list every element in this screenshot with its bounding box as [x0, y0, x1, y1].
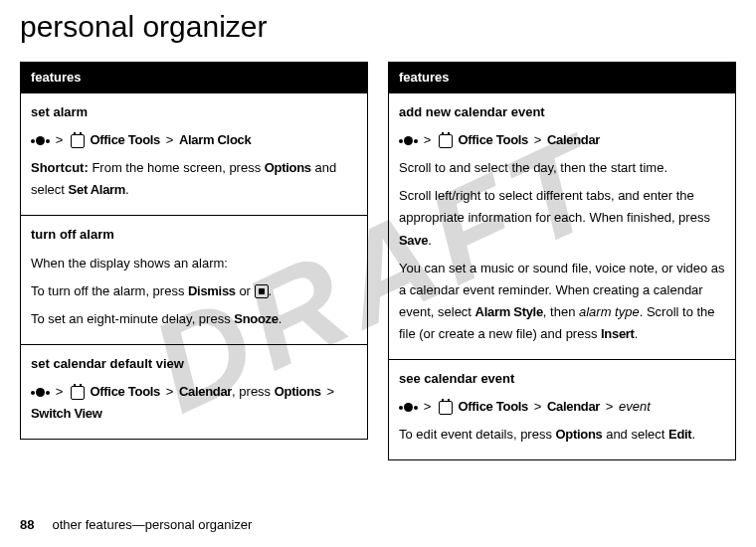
tools-icon-2 [71, 386, 85, 400]
save: Save [399, 233, 428, 248]
turn-off-cell: turn off alarm When the display shows an… [21, 216, 368, 344]
set-alarm-cmd: Set Alarm [69, 182, 126, 197]
turn-off-line2: To turn off the alarm, press Dismiss or … [31, 280, 357, 302]
page-title: personal organizer [20, 10, 736, 44]
page-footer: 88other features—personal organizer [20, 517, 252, 532]
see-event-title: see calendar event [399, 368, 725, 390]
add-event-p1: Scroll to and select the day, then the s… [399, 157, 725, 179]
see-event-p1b: and select [603, 427, 669, 442]
right-column: features add new calendar event > Office… [388, 62, 736, 460]
gt-3: > [56, 384, 64, 399]
stop-key-icon [255, 284, 269, 298]
tools-icon-3 [439, 134, 453, 148]
switch-view: Switch View [31, 406, 102, 421]
set-alarm-path: > Office Tools > Alarm Clock [31, 129, 357, 151]
calendar-1: Calendar [179, 384, 232, 399]
default-view-cell: set calendar default view > Office Tools… [21, 344, 368, 439]
gt-5: > [326, 384, 334, 399]
add-event-cell: add new calendar event > Office Tools > … [389, 93, 736, 360]
gt-6: > [424, 132, 432, 147]
see-event-p1a: To edit event details, press [399, 427, 556, 442]
features-header: features [21, 63, 368, 93]
period-6: . [691, 427, 695, 442]
alarm-clock: Alarm Clock [179, 132, 252, 147]
see-event-cell: see calendar event > Office Tools > Cale… [389, 360, 736, 460]
gt-1: > [56, 132, 64, 147]
options-1: Options [265, 160, 311, 175]
dismiss: Dismiss [188, 283, 236, 298]
right-table: features add new calendar event > Office… [388, 62, 736, 460]
set-alarm-cell: set alarm > Office Tools > Alarm Clock S… [21, 93, 368, 216]
add-event-p3b: , then [543, 304, 579, 319]
gt-9: > [534, 399, 542, 414]
see-event-p1: To edit event details, press Options and… [399, 424, 725, 446]
period-2: . [269, 283, 273, 298]
alarm-style: Alarm Style [475, 304, 543, 319]
gt-4: > [166, 384, 174, 399]
features-header-2: features [389, 63, 736, 93]
options-3: Options [556, 427, 603, 442]
office-tools-3: Office Tools [458, 132, 528, 147]
shortcut-label: Shortcut: [31, 160, 89, 175]
tools-icon [71, 134, 85, 148]
add-event-p3: You can set a music or sound file, voice… [399, 258, 725, 345]
office-tools-4: Office Tools [458, 399, 528, 414]
add-event-p2: Scroll left/right to select different ta… [399, 185, 725, 251]
period-3: . [279, 311, 283, 326]
edit: Edit [668, 427, 691, 442]
nav-key-icon [31, 136, 50, 145]
turn-off-line3a: To set an eight-minute delay, press [31, 311, 234, 326]
see-event-path: > Office Tools > Calendar > event [399, 396, 725, 418]
gt-2: > [166, 132, 174, 147]
options-2: Options [275, 384, 321, 399]
insert: Insert [601, 326, 635, 341]
set-alarm-title: set alarm [31, 101, 357, 123]
turn-off-title: turn off alarm [31, 224, 357, 246]
add-event-path: > Office Tools > Calendar [399, 129, 725, 151]
calendar-3: Calendar [547, 399, 600, 414]
gt-10: > [606, 399, 614, 414]
or: or [236, 283, 255, 298]
shortcut-line: Shortcut: From the home screen, press Op… [31, 157, 357, 201]
nav-key-icon-3 [399, 136, 418, 145]
period-4: . [428, 233, 432, 248]
page-number: 88 [20, 517, 34, 532]
default-view-path: > Office Tools > Calendar, press Options… [31, 381, 357, 425]
nav-key-icon-2 [31, 388, 50, 397]
tools-icon-4 [439, 401, 453, 415]
turn-off-line1: When the display shows an alarm: [31, 253, 357, 274]
turn-off-line2a: To turn off the alarm, press [31, 283, 188, 298]
default-view-title: set calendar default view [31, 353, 357, 375]
alarm-type: alarm type [579, 304, 640, 319]
turn-off-line3: To set an eight-minute delay, press Snoo… [31, 308, 357, 330]
footer-text: other features—personal organizer [52, 517, 252, 532]
add-event-title: add new calendar event [399, 101, 725, 123]
period-1: . [125, 182, 129, 197]
gt-7: > [534, 132, 542, 147]
calendar-2: Calendar [547, 132, 600, 147]
snooze: Snooze [234, 311, 278, 326]
period-5: . [635, 326, 639, 341]
nav-key-icon-4 [399, 403, 418, 412]
left-table: features set alarm > Office Tools > Alar… [20, 62, 368, 440]
shortcut-text: From the home screen, press [89, 160, 265, 175]
page-content: personal organizer features set alarm > … [0, 0, 756, 470]
columns: features set alarm > Office Tools > Alar… [20, 62, 736, 460]
gt-8: > [424, 399, 432, 414]
office-tools-1: Office Tools [90, 132, 160, 147]
office-tools-2: Office Tools [90, 384, 160, 399]
left-column: features set alarm > Office Tools > Alar… [20, 62, 368, 460]
event: event [619, 399, 651, 414]
press-1: , press [232, 384, 275, 399]
add-event-p2a: Scroll left/right to select different ta… [399, 188, 710, 225]
